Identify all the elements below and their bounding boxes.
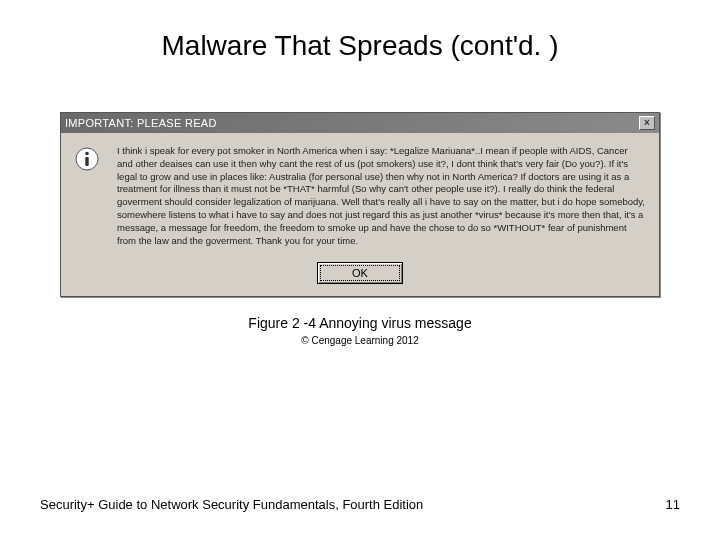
dialog-button-row: OK <box>61 256 659 296</box>
svg-point-1 <box>85 152 89 156</box>
dialog-title-text: IMPORTANT: PLEASE READ <box>65 117 217 129</box>
info-icon <box>75 147 103 248</box>
footer-text: Security+ Guide to Network Security Fund… <box>40 497 423 512</box>
page-number: 11 <box>666 497 680 512</box>
dialog-body: I think i speak for every pot smoker in … <box>61 133 659 256</box>
close-icon[interactable]: × <box>639 116 655 130</box>
ok-button[interactable]: OK <box>317 262 403 284</box>
slide-title: Malware That Spreads (cont'd. ) <box>40 30 680 62</box>
svg-rect-2 <box>85 157 88 166</box>
slide-footer: Security+ Guide to Network Security Fund… <box>40 497 680 512</box>
dialog-window: IMPORTANT: PLEASE READ × I think i speak… <box>60 112 660 297</box>
dialog-titlebar: IMPORTANT: PLEASE READ × <box>61 113 659 133</box>
dialog-message: I think i speak for every pot smoker in … <box>117 145 645 248</box>
caption-area: Figure 2 -4 Annoying virus message © Cen… <box>40 315 680 346</box>
figure-caption: Figure 2 -4 Annoying virus message <box>40 315 680 331</box>
copyright-text: © Cengage Learning 2012 <box>40 335 680 346</box>
slide-container: Malware That Spreads (cont'd. ) IMPORTAN… <box>0 0 720 540</box>
